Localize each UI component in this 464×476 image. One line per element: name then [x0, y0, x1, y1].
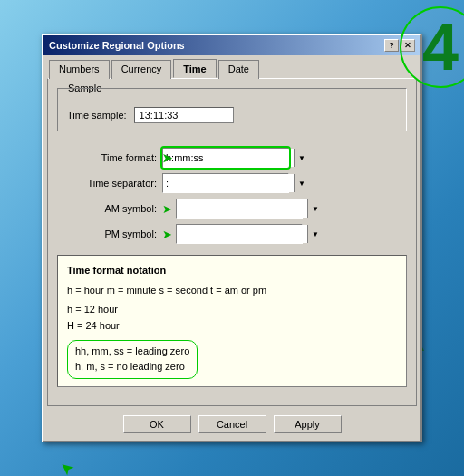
time-format-input[interactable]	[163, 149, 294, 167]
time-sample-label: Time sample:	[67, 110, 127, 121]
sample-group-label: Sample	[65, 83, 104, 93]
time-separator-input[interactable]	[163, 174, 294, 192]
am-symbol-dropdown-btn[interactable]: ▼	[307, 199, 323, 218]
tab-date[interactable]: Date	[218, 60, 259, 79]
tab-currency[interactable]: Currency	[111, 60, 172, 79]
button-row: OK Cancel Apply	[44, 410, 420, 441]
info-title: Time format notation	[67, 263, 397, 279]
pm-symbol-combo[interactable]: ▼	[176, 224, 303, 244]
time-format-combo[interactable]: ▼	[162, 148, 289, 168]
arrow-indicator: ➤	[162, 151, 172, 165]
bottom-arrow: ➤	[55, 457, 79, 476]
annotation-number: 4	[422, 11, 459, 83]
title-bar: Customize Regional Options ? ✕	[44, 35, 420, 55]
sample-group: Sample Time sample: 13:11:33	[57, 88, 407, 131]
info-line1: h = hour m = minute s = second t = am or…	[67, 283, 397, 299]
apply-button[interactable]: Apply	[274, 415, 342, 433]
am-symbol-combo[interactable]: ▼	[176, 199, 303, 219]
time-separator-dropdown-btn[interactable]: ▼	[294, 174, 309, 192]
am-symbol-input[interactable]	[177, 199, 307, 218]
pm-symbol-input[interactable]	[177, 225, 307, 243]
time-format-dropdown-btn[interactable]: ▼	[294, 149, 309, 167]
info-box: Time format notation h = hour m = minute…	[57, 255, 407, 387]
ok-button[interactable]: OK	[123, 415, 191, 433]
pm-symbol-row: PM symbol: ➤ ▼	[57, 224, 407, 244]
tab-time[interactable]: Time	[173, 59, 216, 78]
time-format-label: Time format:	[57, 152, 157, 163]
pm-symbol-dropdown-btn[interactable]: ▼	[307, 225, 323, 243]
tab-bar: Numbers Currency Time Date	[44, 55, 420, 78]
time-separator-label: Time separator:	[57, 178, 157, 189]
help-button[interactable]: ?	[384, 39, 399, 52]
tab-content: Sample Time sample: 13:11:33 Time format…	[47, 78, 417, 406]
pm-symbol-label: PM symbol:	[57, 228, 157, 239]
info-line2: h = 12 hour	[67, 304, 118, 315]
am-symbol-row: AM symbol: ➤ ▼	[57, 199, 407, 219]
time-separator-combo[interactable]: ▼	[162, 173, 289, 193]
info-highlight: hh, mm, ss = leading zeroh, m, s = no le…	[75, 345, 189, 373]
dialog-window: Customize Regional Options ? ✕ Numbers C…	[42, 34, 422, 442]
tab-numbers[interactable]: Numbers	[49, 60, 110, 79]
am-arrow: ➤	[162, 202, 172, 216]
time-sample-value: 13:11:33	[134, 107, 234, 123]
time-separator-row: Time separator: ▼	[57, 173, 407, 193]
dialog-title: Customize Regional Options	[49, 40, 185, 51]
form-area: Time format: ▼ ➤ Time separator:	[57, 142, 407, 255]
cancel-button[interactable]: Cancel	[198, 415, 266, 433]
pm-arrow: ➤	[162, 228, 172, 241]
am-symbol-label: AM symbol:	[57, 203, 157, 214]
time-format-row: Time format: ▼ ➤	[57, 148, 407, 168]
info-line3: H = 24 hour	[67, 320, 120, 331]
